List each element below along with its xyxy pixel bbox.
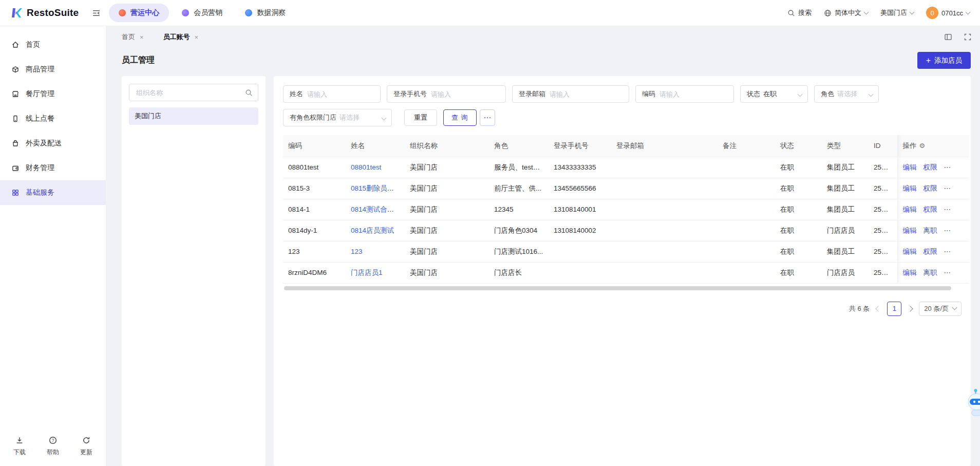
filter-label: 有角色权限门店 <box>284 113 340 122</box>
table-row[interactable]: 0815-3 0815删除员工... 美国门店 前厅主管、供... 134556… <box>283 178 969 199</box>
table-row[interactable]: 0814dy-1 0814店员测试 美国门店 门店角色0304 13108140… <box>283 220 969 241</box>
sidebar-item-restaurant[interactable]: 餐厅管理 <box>0 82 106 106</box>
table-row[interactable]: 08801test 08801test 美国门店 服务员、test环... 13… <box>283 157 969 178</box>
edit-link[interactable]: 编辑 <box>903 184 917 192</box>
permission-link[interactable]: 权限 <box>924 184 937 192</box>
sidebar-item-finance[interactable]: 财务管理 <box>0 156 106 180</box>
permission-link[interactable]: 权限 <box>924 206 937 213</box>
sidebar-item-goods[interactable]: 商品管理 <box>0 57 106 82</box>
query-button[interactable]: 查 询 <box>443 109 477 126</box>
gear-icon[interactable]: ⚙ <box>919 142 926 150</box>
cell-id: 2500284 <box>869 220 897 241</box>
chevron-down-icon <box>864 9 869 14</box>
org-search-button[interactable] <box>239 84 258 101</box>
horizontal-scrollbar[interactable] <box>283 286 962 290</box>
permission-link[interactable]: 权限 <box>924 248 937 255</box>
store-label: 美国门店 <box>880 8 907 17</box>
search-icon <box>787 9 795 17</box>
code-input[interactable] <box>658 90 733 99</box>
fullscreen-icon[interactable] <box>964 33 972 41</box>
filter-code: 编码 <box>635 85 734 103</box>
tab-home[interactable]: 首页 × <box>122 32 144 42</box>
more-actions-icon[interactable]: ⋯ <box>944 269 952 276</box>
name-input[interactable] <box>306 90 380 99</box>
more-actions-icon[interactable]: ⋯ <box>944 206 952 213</box>
tabstrip: 首页 × 员工账号 × <box>106 26 980 48</box>
global-search[interactable]: 搜索 <box>787 8 812 17</box>
brand-logo-icon <box>10 7 23 19</box>
org-search-input[interactable] <box>135 88 239 97</box>
cell-remark <box>718 220 775 241</box>
brand-logo[interactable]: RestoSuite <box>10 7 79 19</box>
close-icon[interactable]: × <box>195 33 199 41</box>
table-row[interactable]: 0814-1 0814测试合并... 美国门店 12345 1310814000… <box>283 199 969 220</box>
topnav-insight[interactable]: 数据洞察 <box>235 4 295 22</box>
resign-link[interactable]: 离职 <box>924 227 937 234</box>
filter-status-select[interactable]: 状态 在职 <box>740 85 808 103</box>
more-actions-icon[interactable]: ⋯ <box>944 227 952 234</box>
sidebar-item-label: 财务管理 <box>26 163 54 173</box>
prev-page-icon[interactable] <box>876 306 881 311</box>
sidebar-item-online-order[interactable]: 线上点餐 <box>0 106 106 131</box>
employee-name-link[interactable]: 0814测试合并... <box>351 206 400 213</box>
sidebar-item-label: 线上点餐 <box>26 114 54 123</box>
cell-code: 08801test <box>283 157 346 178</box>
close-icon[interactable]: × <box>140 33 144 41</box>
org-tree-item-selected[interactable]: 美国门店 <box>129 107 258 125</box>
panel-layout-icon[interactable] <box>944 33 952 41</box>
user-menu[interactable]: 0 0701cc <box>926 7 970 19</box>
cell-status: 在职 <box>775 178 822 199</box>
login-email-input[interactable] <box>549 90 629 99</box>
sidebar-collapse-icon[interactable] <box>92 9 101 17</box>
reset-button[interactable]: 重置 <box>404 109 437 126</box>
edit-link[interactable]: 编辑 <box>903 163 917 171</box>
more-actions-icon[interactable]: ⋯ <box>944 163 952 171</box>
filter-role-store-select[interactable]: 有角色权限门店 请选择 <box>283 109 392 126</box>
download-icon <box>15 436 24 445</box>
edit-link[interactable]: 编辑 <box>903 227 917 234</box>
employee-name-link[interactable]: 0815删除员工... <box>351 184 400 192</box>
cell-email <box>611 199 718 220</box>
employee-name-link[interactable]: 123 <box>351 248 363 255</box>
cell-status: 在职 <box>775 241 822 262</box>
page-number[interactable]: 1 <box>887 302 901 316</box>
sidebar-item-home[interactable]: 首页 <box>0 32 106 57</box>
help-button[interactable]: ? 帮助 <box>47 436 59 457</box>
language-switcher[interactable]: 简体中文 <box>824 8 868 17</box>
tab-employee-account[interactable]: 员工账号 × <box>163 32 199 42</box>
page-size-select[interactable]: 20 条/页 <box>919 302 962 316</box>
table-row[interactable]: 8rzniD4DM6 门店店员1 美国门店 门店店长 在职 门店店员 <box>283 262 969 283</box>
col-id: ID <box>869 135 897 157</box>
employee-name-link[interactable]: 门店店员1 <box>351 269 383 276</box>
org-item-label: 美国门店 <box>135 111 161 121</box>
sidebar-item-base-services[interactable]: 基础服务 <box>0 180 106 205</box>
sidebar: 首页 商品管理 餐厅管理 线上点餐 外卖及配送 <box>0 26 106 466</box>
resign-link[interactable]: 离职 <box>924 269 937 276</box>
table-row[interactable]: 123 123 美国门店 门店测试1016... 在职 集团员工 25 <box>283 241 969 262</box>
employee-name-link[interactable]: 08801test <box>351 163 381 171</box>
edit-link[interactable]: 编辑 <box>903 206 917 213</box>
employee-name-link[interactable]: 0814店员测试 <box>351 227 394 234</box>
sidebar-item-delivery[interactable]: 外卖及配送 <box>0 131 106 156</box>
more-actions-icon[interactable]: ⋯ <box>944 184 952 192</box>
next-page-icon[interactable] <box>908 306 913 311</box>
topnav-marketing[interactable]: 会员营销 <box>172 4 232 22</box>
login-phone-input[interactable] <box>430 90 505 99</box>
cell-status: 在职 <box>775 157 822 178</box>
add-employee-button[interactable]: + 添加店员 <box>917 52 971 69</box>
update-button[interactable]: 更新 <box>80 436 92 457</box>
store-switcher[interactable]: 美国门店 <box>880 8 914 17</box>
filter-login-email: 登录邮箱 <box>512 85 629 103</box>
topnav-operations[interactable]: 营运中心 <box>109 4 169 22</box>
edit-link[interactable]: 编辑 <box>903 269 917 276</box>
more-actions-icon[interactable]: ⋯ <box>944 248 952 255</box>
plus-icon: + <box>926 57 931 65</box>
more-filters-button[interactable]: ⋯ <box>480 109 495 126</box>
download-button[interactable]: 下载 <box>13 436 26 457</box>
permission-link[interactable]: 权限 <box>924 163 937 171</box>
robot-mascot[interactable] <box>963 388 980 417</box>
filter-role-select[interactable]: 角色 请选择 <box>814 85 879 103</box>
scrollbar-thumb[interactable] <box>284 286 951 290</box>
cell-org: 美国门店 <box>405 262 489 283</box>
edit-link[interactable]: 编辑 <box>903 248 917 255</box>
